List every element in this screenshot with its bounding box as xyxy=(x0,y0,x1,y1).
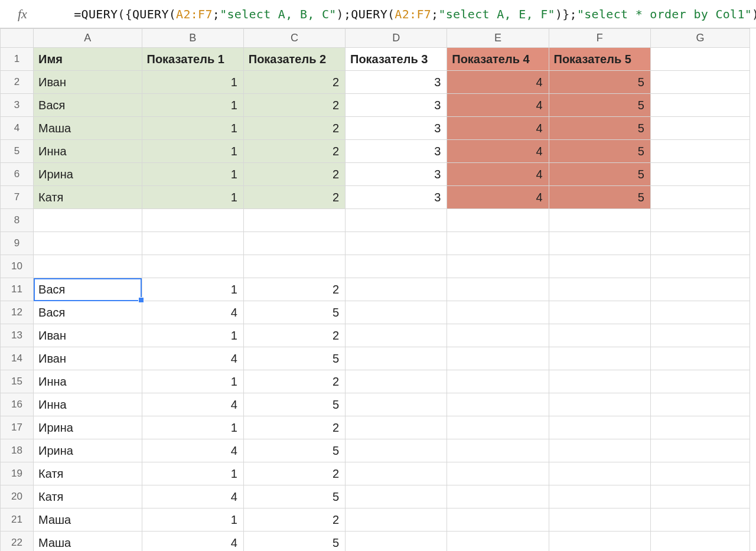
cell-G19[interactable] xyxy=(650,462,750,485)
cell-D15[interactable] xyxy=(346,370,447,393)
cell-E11[interactable] xyxy=(447,278,549,301)
cell-A12[interactable]: Вася xyxy=(34,301,142,324)
cell-A16[interactable]: Инна xyxy=(34,393,142,416)
cell-B14[interactable]: 4 xyxy=(142,347,243,370)
cell-F19[interactable] xyxy=(549,462,650,485)
cell-F17[interactable] xyxy=(549,416,650,439)
corner-cell[interactable] xyxy=(1,29,34,48)
col-header-E[interactable]: E xyxy=(447,29,549,48)
cell-F7[interactable]: 5 xyxy=(549,186,650,209)
cell-G14[interactable] xyxy=(650,347,750,370)
cell-D16[interactable] xyxy=(346,393,447,416)
col-header-B[interactable]: B xyxy=(142,29,243,48)
cell-C17[interactable]: 2 xyxy=(243,416,345,439)
row-header-14[interactable]: 14 xyxy=(1,347,34,370)
cell-B4[interactable]: 1 xyxy=(142,117,243,140)
cell-F5[interactable]: 5 xyxy=(549,140,650,163)
cell-B7[interactable]: 1 xyxy=(142,186,243,209)
cell-F12[interactable] xyxy=(549,301,650,324)
row-header-13[interactable]: 13 xyxy=(1,324,34,347)
cell-D5[interactable]: 3 xyxy=(346,140,447,163)
cell-B1[interactable]: Показатель 1 xyxy=(142,48,243,71)
cell-C20[interactable]: 5 xyxy=(243,485,345,508)
row-header-17[interactable]: 17 xyxy=(1,416,34,439)
formula-bar[interactable]: fx =QUERY({QUERY(A2:F7;"select A, B, C")… xyxy=(0,0,756,28)
cell-B3[interactable]: 1 xyxy=(142,94,243,117)
cell-A8[interactable] xyxy=(34,209,142,232)
cell-E1[interactable]: Показатель 4 xyxy=(447,48,549,71)
cell-G4[interactable] xyxy=(650,117,750,140)
cell-D10[interactable] xyxy=(346,255,447,278)
cell-D13[interactable] xyxy=(346,324,447,347)
row-header-1[interactable]: 1 xyxy=(1,48,34,71)
cell-G20[interactable] xyxy=(650,485,750,508)
cell-G5[interactable] xyxy=(650,140,750,163)
row-header-5[interactable]: 5 xyxy=(1,140,34,163)
col-header-G[interactable]: G xyxy=(650,29,750,48)
cell-A7[interactable]: Катя xyxy=(34,186,142,209)
cell-G13[interactable] xyxy=(650,324,750,347)
cell-E2[interactable]: 4 xyxy=(447,71,549,94)
row-header-7[interactable]: 7 xyxy=(1,186,34,209)
row-header-3[interactable]: 3 xyxy=(1,94,34,117)
cell-A4[interactable]: Маша xyxy=(34,117,142,140)
cell-G6[interactable] xyxy=(650,163,750,186)
cell-D21[interactable] xyxy=(346,508,447,532)
cell-F2[interactable]: 5 xyxy=(549,71,650,94)
cell-G18[interactable] xyxy=(650,439,750,462)
cell-G17[interactable] xyxy=(650,416,750,439)
cell-C22[interactable]: 5 xyxy=(243,532,345,552)
cell-F8[interactable] xyxy=(549,209,650,232)
cell-C1[interactable]: Показатель 2 xyxy=(243,48,345,71)
cell-C12[interactable]: 5 xyxy=(243,301,345,324)
cell-F1[interactable]: Показатель 5 xyxy=(549,48,650,71)
cell-G1[interactable] xyxy=(650,48,750,71)
cell-G16[interactable] xyxy=(650,393,750,416)
cell-B16[interactable]: 4 xyxy=(142,393,243,416)
cell-A15[interactable]: Инна xyxy=(34,370,142,393)
cell-F20[interactable] xyxy=(549,485,650,508)
cell-C16[interactable]: 5 xyxy=(243,393,345,416)
cell-E7[interactable]: 4 xyxy=(447,186,549,209)
cell-D3[interactable]: 3 xyxy=(346,94,447,117)
cell-E5[interactable]: 4 xyxy=(447,140,549,163)
cell-D20[interactable] xyxy=(346,485,447,508)
cell-D11[interactable] xyxy=(346,278,447,301)
cell-G11[interactable] xyxy=(650,278,750,301)
cell-A13[interactable]: Иван xyxy=(34,324,142,347)
cell-B11[interactable]: 1 xyxy=(142,278,243,301)
row-header-18[interactable]: 18 xyxy=(1,439,34,462)
cell-B17[interactable]: 1 xyxy=(142,416,243,439)
cell-D22[interactable] xyxy=(346,532,447,552)
cell-C14[interactable]: 5 xyxy=(243,347,345,370)
cell-A21[interactable]: Маша xyxy=(34,508,142,532)
cell-B6[interactable]: 1 xyxy=(142,163,243,186)
cell-E13[interactable] xyxy=(447,324,549,347)
cell-B13[interactable]: 1 xyxy=(142,324,243,347)
row-header-21[interactable]: 21 xyxy=(1,508,34,532)
col-header-D[interactable]: D xyxy=(346,29,447,48)
cell-A19[interactable]: Катя xyxy=(34,462,142,485)
cell-A2[interactable]: Иван xyxy=(34,71,142,94)
cell-B5[interactable]: 1 xyxy=(142,140,243,163)
cell-C7[interactable]: 2 xyxy=(243,186,345,209)
cell-G7[interactable] xyxy=(650,186,750,209)
cell-G2[interactable] xyxy=(650,71,750,94)
cell-D6[interactable]: 3 xyxy=(346,163,447,186)
cell-F18[interactable] xyxy=(549,439,650,462)
cell-A20[interactable]: Катя xyxy=(34,485,142,508)
cell-C18[interactable]: 5 xyxy=(243,439,345,462)
cell-D8[interactable] xyxy=(346,209,447,232)
cell-C10[interactable] xyxy=(243,255,345,278)
cell-F11[interactable] xyxy=(549,278,650,301)
cell-C19[interactable]: 2 xyxy=(243,462,345,485)
col-header-C[interactable]: C xyxy=(243,29,345,48)
cell-A22[interactable]: Маша xyxy=(34,532,142,552)
cell-C13[interactable]: 2 xyxy=(243,324,345,347)
cell-E14[interactable] xyxy=(447,347,549,370)
cell-C6[interactable]: 2 xyxy=(243,163,345,186)
cell-D2[interactable]: 3 xyxy=(346,71,447,94)
row-header-6[interactable]: 6 xyxy=(1,163,34,186)
cell-G3[interactable] xyxy=(650,94,750,117)
cell-F21[interactable] xyxy=(549,508,650,532)
